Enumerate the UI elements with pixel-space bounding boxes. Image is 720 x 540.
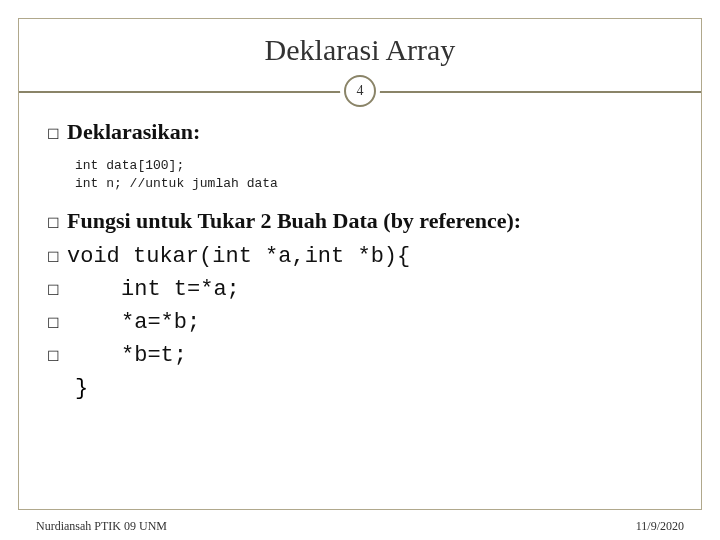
- code-line-0: ☐ void tukar(int *a,int *b){: [47, 240, 673, 273]
- declaration-code: int data[100]; int n; //untuk jumlah dat…: [47, 151, 673, 208]
- slide-title: Deklarasi Array: [19, 19, 701, 75]
- square-bullet-icon: ☐: [47, 279, 61, 301]
- code-text: *a=*b;: [67, 306, 200, 339]
- square-bullet-icon: ☐: [47, 312, 61, 334]
- section2-heading: Fungsi untuk Tukar 2 Buah Data (by refer…: [67, 208, 521, 234]
- square-bullet-icon: ☐: [47, 345, 61, 367]
- section2-heading-row: ☐ Fungsi untuk Tukar 2 Buah Data (by ref…: [47, 208, 673, 234]
- footer-author: Nurdiansah PTIK 09 UNM: [36, 519, 167, 534]
- code-text: void tukar(int *a,int *b){: [67, 240, 410, 273]
- square-bullet-icon: ☐: [47, 123, 61, 145]
- slide-frame: Deklarasi Array 4 ☐ Deklarasikan: int da…: [18, 18, 702, 510]
- content-area: ☐ Deklarasikan: int data[100]; int n; //…: [19, 119, 701, 401]
- footer: Nurdiansah PTIK 09 UNM 11/9/2020: [36, 519, 684, 534]
- code-line-2: ☐ *a=*b;: [47, 306, 673, 339]
- square-bullet-icon: ☐: [47, 246, 61, 268]
- code-line-1: ☐ int t=*a;: [47, 273, 673, 306]
- footer-date: 11/9/2020: [636, 519, 684, 534]
- page-number-badge: 4: [344, 75, 376, 107]
- square-bullet-icon: ☐: [47, 212, 61, 234]
- code-text: int t=*a;: [67, 273, 240, 306]
- closing-brace: }: [47, 372, 673, 401]
- code-text: *b=t;: [67, 339, 187, 372]
- badge-row: 4: [19, 75, 701, 109]
- section1-heading: Deklarasikan:: [67, 119, 200, 145]
- section1-heading-row: ☐ Deklarasikan:: [47, 119, 673, 145]
- code-line-3: ☐ *b=t;: [47, 339, 673, 372]
